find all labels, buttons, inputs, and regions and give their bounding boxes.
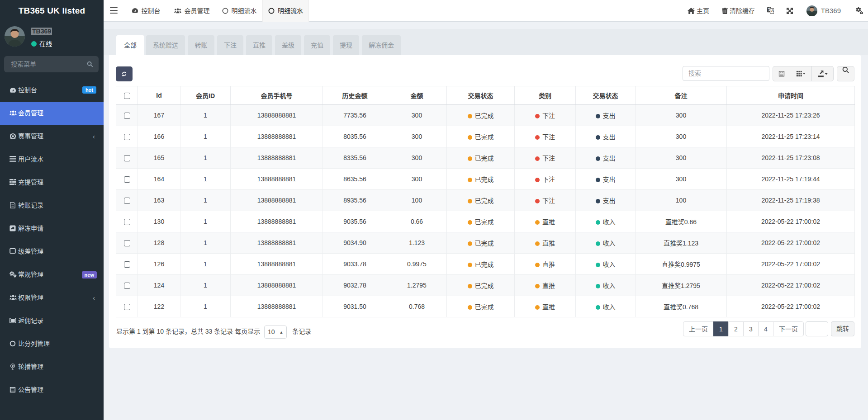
svg-text:A: A xyxy=(771,9,774,13)
